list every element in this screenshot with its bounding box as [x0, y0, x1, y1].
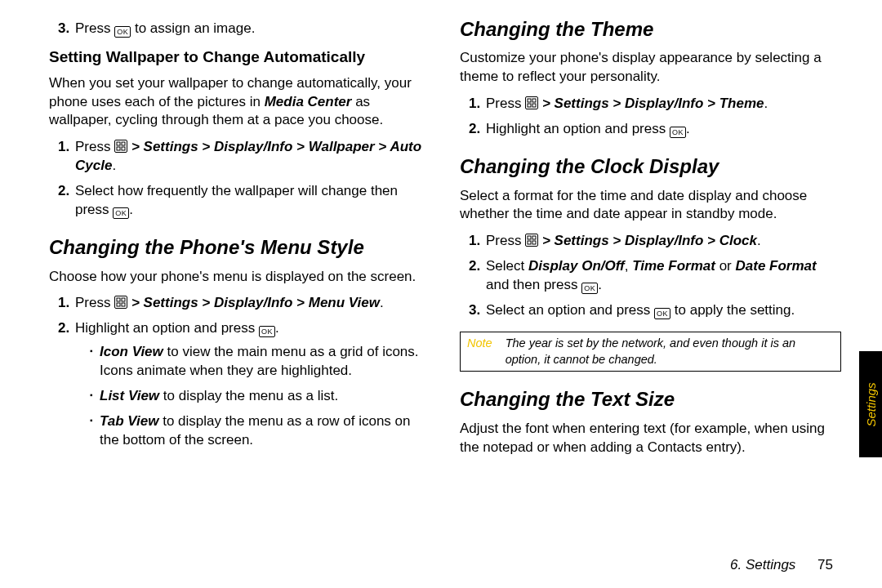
- svg-rect-9: [532, 99, 536, 102]
- step-2: Highlight an option and press OK. Icon V…: [74, 319, 430, 450]
- ok-key-icon: OK: [670, 127, 686, 138]
- step-list-continued: Press OK to assign an image.: [49, 20, 430, 38]
- svg-rect-2: [117, 147, 120, 150]
- right-column: Changing the Theme Customize your phone'…: [455, 16, 882, 555]
- note-box: Note The year is set by the network, and…: [460, 332, 841, 372]
- option-list: Icon View to view the main menu as a gri…: [75, 343, 430, 450]
- svg-rect-1: [122, 142, 125, 145]
- svg-rect-10: [528, 104, 531, 107]
- step-list: Press > Settings > Display/Info > Wallpa…: [49, 138, 430, 220]
- heading-menu-style: Changing the Phone's Menu Style: [49, 234, 430, 261]
- ok-key-icon: OK: [654, 308, 670, 319]
- svg-rect-15: [532, 241, 536, 244]
- svg-rect-12: [528, 236, 531, 239]
- step-1: Press > Settings > Display/Info > Theme.: [484, 95, 841, 114]
- subheading-auto-wallpaper: Setting Wallpaper to Change Automaticall…: [49, 47, 430, 68]
- step-list: Press > Settings > Display/Info > Theme.…: [460, 95, 841, 139]
- svg-rect-0: [117, 142, 120, 145]
- svg-rect-8: [528, 99, 531, 102]
- paragraph: Customize your phone's display appearanc…: [460, 49, 841, 87]
- ok-key-icon: OK: [114, 26, 131, 38]
- note-label: Note: [467, 336, 506, 368]
- svg-rect-14: [528, 241, 531, 244]
- svg-rect-6: [117, 303, 120, 306]
- note-body: The year is set by the network, and even…: [506, 336, 834, 368]
- heading-text-size: Changing the Text Size: [460, 386, 841, 412]
- svg-rect-5: [122, 298, 125, 301]
- left-column: Press OK to assign an image. Setting Wal…: [49, 16, 455, 555]
- svg-rect-3: [122, 147, 125, 150]
- menu-key-icon: [114, 296, 127, 309]
- svg-rect-4: [117, 298, 120, 301]
- list-item: List View to display the menu as a list.: [90, 387, 430, 406]
- step-1: Press > Settings > Display/Info > Menu V…: [74, 294, 430, 313]
- heading-clock: Changing the Clock Display: [460, 154, 841, 180]
- heading-theme: Changing the Theme: [460, 16, 841, 42]
- step-text: to assign an image.: [131, 20, 255, 36]
- step-2: Highlight an option and press OK.: [484, 120, 841, 139]
- step-2: Select Display On/Off, Time Format or Da…: [484, 257, 841, 295]
- step-3: Select an option and press OK to apply t…: [484, 301, 841, 320]
- step-1: Press > Settings > Display/Info > Clock.: [484, 232, 841, 251]
- step-list: Press > Settings > Display/Info > Clock.…: [460, 232, 841, 320]
- step-3: Press OK to assign an image.: [74, 20, 430, 38]
- list-item: Icon View to view the main menu as a gri…: [90, 343, 430, 381]
- list-item: Tab View to display the menu as a row of…: [90, 412, 430, 450]
- side-tab: Settings: [859, 351, 882, 457]
- step-list: Press > Settings > Display/Info > Menu V…: [49, 294, 430, 450]
- svg-rect-13: [532, 236, 536, 239]
- step-text: Press: [75, 20, 114, 36]
- page-content: Press OK to assign an image. Setting Wal…: [49, 0, 882, 555]
- page-number: 75: [817, 557, 833, 572]
- step-2: Select how frequently the wallpaper will…: [74, 182, 430, 220]
- page-footer: 6. Settings 75: [730, 557, 833, 573]
- ok-key-icon: OK: [581, 283, 598, 294]
- ok-key-icon: OK: [113, 207, 129, 219]
- menu-key-icon: [525, 96, 538, 109]
- menu-key-icon: [114, 140, 127, 153]
- ok-key-icon: OK: [259, 326, 275, 337]
- step-1: Press > Settings > Display/Info > Wallpa…: [74, 138, 430, 176]
- menu-key-icon: [525, 234, 538, 247]
- paragraph: Select a format for the time and date di…: [460, 187, 841, 225]
- paragraph: Choose how your phone's menu is displaye…: [49, 268, 430, 287]
- paragraph: Adjust the font when entering text (for …: [460, 420, 841, 457]
- side-tab-label: Settings: [864, 382, 878, 426]
- svg-rect-11: [532, 104, 536, 107]
- paragraph: When you set your wallpaper to change au…: [49, 74, 430, 131]
- chapter-label: 6. Settings: [730, 557, 795, 572]
- svg-rect-7: [122, 303, 125, 306]
